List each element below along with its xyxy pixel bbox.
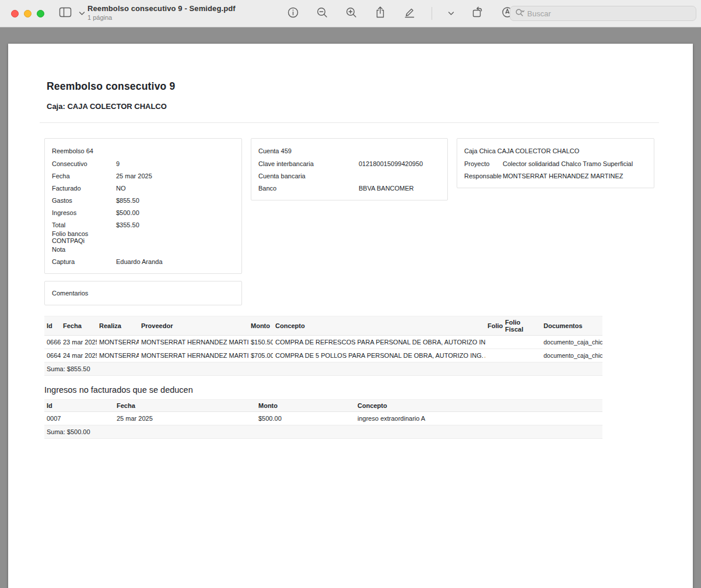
kv-row-captura: Captura Eduardo Aranda xyxy=(52,255,234,267)
minimize-button[interactable] xyxy=(24,10,31,17)
kv-label: Responsable xyxy=(464,172,503,179)
income-section-title: Ingresos no facturados que se deducen xyxy=(44,385,663,395)
preview-window: Reembolso consecutivo 9 - Semideg.pdf 1 … xyxy=(0,0,701,588)
cell-id: 0666 xyxy=(44,336,61,349)
kv-row-folio-bancos: Folio bancos CONTPAQi xyxy=(52,231,234,243)
page-count: 1 página xyxy=(87,14,236,21)
kv-label: Total xyxy=(52,221,116,228)
kv-label: Folio bancos CONTPAQi xyxy=(52,230,116,244)
kv-row-facturado: Facturado NO xyxy=(52,182,234,194)
col-header-id: Id xyxy=(44,400,114,412)
income-table: Id Fecha Monto Concepto 0007 25 mar 2025… xyxy=(44,399,602,439)
search-field[interactable] xyxy=(510,6,696,21)
caja-chica-box-header: Caja Chica CAJA COLECTOR CHALCO xyxy=(464,145,647,157)
pdf-scroll-area[interactable]: Reembolso consecutivo 9 Caja: CAJA COLEC… xyxy=(0,27,701,588)
comments-box-header: Comentarios xyxy=(52,290,88,297)
cell-realiza: MONTSERRAT xyxy=(97,349,139,362)
window-title-block: Reembolso consecutivo 9 - Semideg.pdf 1 … xyxy=(87,4,236,21)
traffic-lights xyxy=(11,10,44,17)
titlebar: Reembolso consecutivo 9 - Semideg.pdf 1 … xyxy=(0,0,701,27)
kv-value: 9 xyxy=(116,160,120,167)
col-header-proveedor: Proveedor xyxy=(139,316,248,336)
col-header-monto: Monto xyxy=(248,316,273,336)
expenses-header-row: Id Fecha Realiza Proveedor Monto Concept… xyxy=(44,316,602,336)
cell-monto: $500.00 xyxy=(256,412,355,425)
zoom-out-button[interactable] xyxy=(315,5,330,22)
document-caja-line: Caja: CAJA COLECTOR CHALCO xyxy=(47,102,663,111)
cell-realiza: MONTSERRAT xyxy=(97,336,139,349)
kv-label: Clave interbancaria xyxy=(258,160,359,167)
zoom-in-button[interactable] xyxy=(344,5,359,22)
toolbar xyxy=(286,5,546,22)
share-icon xyxy=(374,6,386,20)
kv-label: Proyecto xyxy=(464,160,503,167)
cell-fecha: 25 mar 2025 xyxy=(114,412,256,425)
income-sum-row: Suma: $500.00 xyxy=(44,425,602,439)
kv-row-banco: Banco BBVA BANCOMER xyxy=(258,182,440,194)
sidebar-icon xyxy=(58,6,72,20)
document-title: Reembolso consecutivo 9 xyxy=(47,80,663,93)
kv-row-gastos: Gastos $855.50 xyxy=(52,194,234,206)
cell-concepto: COMPRA DE REFRESCOS PARA PERSONAL DE OBR… xyxy=(273,336,485,349)
expenses-table: Id Fecha Realiza Proveedor Monto Concept… xyxy=(44,316,602,376)
expenses-sum: Suma: $855.50 xyxy=(44,362,602,376)
kv-label: Cuenta bancaria xyxy=(258,172,359,179)
divider-rule xyxy=(40,122,659,123)
share-button[interactable] xyxy=(373,5,387,22)
chevron-down-icon xyxy=(79,9,85,17)
kv-value: $500.00 xyxy=(116,209,139,216)
rotate-left-icon xyxy=(471,6,484,20)
expense-row: 0666 23 mar 2025 MONTSERRAT MONTSERRAT H… xyxy=(44,336,602,349)
window-title: Reembolso consecutivo 9 - Semideg.pdf xyxy=(87,4,236,13)
markup-button[interactable] xyxy=(402,5,417,22)
kv-value: Colector solidaridad Chalco Tramo Superf… xyxy=(503,160,633,167)
search-input[interactable] xyxy=(527,9,691,18)
close-button[interactable] xyxy=(11,10,19,17)
kv-row-proyecto: Proyecto Colector solidaridad Chalco Tra… xyxy=(464,157,647,170)
search-icon xyxy=(515,8,525,19)
markup-options-button[interactable] xyxy=(447,8,455,19)
kv-value: Eduardo Aranda xyxy=(116,258,163,265)
kv-row-total: Total $355.50 xyxy=(52,219,234,231)
info-button[interactable] xyxy=(286,5,300,22)
col-header-concepto: Concepto xyxy=(273,316,485,336)
col-header-folio: Folio xyxy=(485,316,503,336)
zoom-window-button[interactable] xyxy=(37,10,44,17)
sidebar-options-button[interactable] xyxy=(78,8,86,19)
kv-label: Ingresos xyxy=(52,209,116,216)
markup-pencil-icon xyxy=(403,6,416,20)
col-header-documentos: Documentos xyxy=(541,316,602,336)
col-header-monto: Monto xyxy=(256,400,355,412)
kv-row-nota: Nota xyxy=(52,243,234,255)
sidebar-toggle-button[interactable] xyxy=(57,5,73,21)
zoom-out-icon xyxy=(316,6,328,20)
cell-fecha: 24 mar 2025 xyxy=(61,349,97,362)
cell-concepto: COMPRA DE 5 POLLOS PARA PERSONAL DE OBRA… xyxy=(273,349,485,362)
reembolso-box: Reembolso 64 Consecutivo 9 Fecha 25 mar … xyxy=(44,138,242,274)
kv-row-ingresos: Ingresos $500.00 xyxy=(52,206,234,219)
kv-value: $855.50 xyxy=(116,197,139,204)
income-header-row: Id Fecha Monto Concepto xyxy=(44,400,602,412)
cell-id: 0664 xyxy=(44,349,61,362)
kv-row-clave-interbancaria: Clave interbancaria 012180015099420950 xyxy=(258,157,440,170)
rotate-button[interactable] xyxy=(470,5,485,22)
kv-value: 25 mar 2025 xyxy=(116,172,152,179)
kv-label: Gastos xyxy=(52,197,116,204)
zoom-in-icon xyxy=(345,6,357,20)
expense-row: 0664 24 mar 2025 MONTSERRAT MONTSERRAT H… xyxy=(44,349,602,362)
kv-row-cuenta-bancaria: Cuenta bancaria xyxy=(258,170,440,182)
col-header-folio-fiscal: Folio Fiscal xyxy=(503,316,541,336)
caja-chica-box: Caja Chica CAJA COLECTOR CHALCO Proyecto… xyxy=(457,138,654,188)
kv-value: NO xyxy=(116,185,126,192)
cuenta-box-header: Cuenta 459 xyxy=(258,145,440,157)
pdf-page: Reembolso consecutivo 9 Caja: CAJA COLEC… xyxy=(8,44,693,588)
kv-value: BBVA BANCOMER xyxy=(359,185,414,192)
cell-folio xyxy=(485,336,503,349)
cuenta-box: Cuenta 459 Clave interbancaria 012180015… xyxy=(251,138,448,200)
cell-documentos[interactable]: documento_caja_chica xyxy=(541,336,602,349)
cell-folio xyxy=(485,349,503,362)
cell-monto: $705.00 xyxy=(248,349,273,362)
kv-value: MONTSERRAT HERNANDEZ MARTINEZ xyxy=(503,172,623,179)
cell-documentos[interactable]: documento_caja_chica xyxy=(541,349,602,362)
kv-label: Fecha xyxy=(52,172,116,179)
